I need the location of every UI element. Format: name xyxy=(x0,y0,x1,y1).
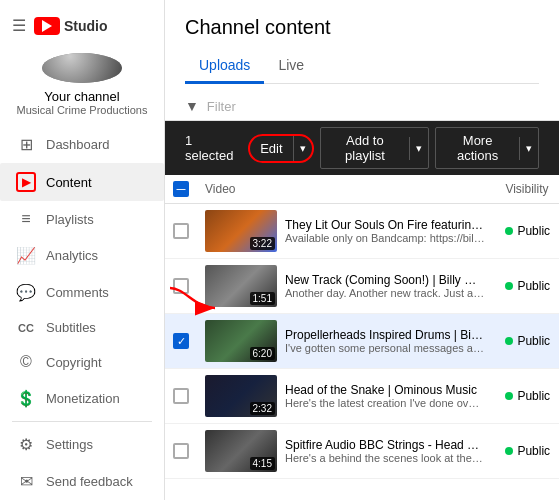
add-playlist-button[interactable]: Add to playlist xyxy=(321,128,410,168)
youtube-logo: Studio xyxy=(34,17,108,35)
video-duration: 3:22 xyxy=(250,237,275,250)
select-all-checkbox[interactable] xyxy=(173,181,189,197)
sidebar-item-playlists[interactable]: ≡ Playlists xyxy=(0,201,164,237)
avatar-image xyxy=(42,53,122,83)
sidebar-item-label: Dashboard xyxy=(46,137,110,152)
video-title[interactable]: Spitfire Audio BBC Strings - Head Of The… xyxy=(285,438,485,452)
video-duration: 4:15 xyxy=(250,457,275,470)
visibility-text: Public xyxy=(517,334,550,348)
add-playlist-arrow[interactable]: ▾ xyxy=(409,137,428,160)
sidebar-item-comments[interactable]: 💬 Comments xyxy=(0,274,164,311)
video-description: Available only on Bandcamp: https://bill… xyxy=(285,232,485,244)
filter-icon: ▼ xyxy=(185,98,199,114)
video-duration: 1:51 xyxy=(250,292,275,305)
sidebar-item-label: Subtitles xyxy=(46,320,96,335)
sidebar-item-label: Content xyxy=(46,175,92,190)
video-duration: 6:20 xyxy=(250,347,275,360)
tab-uploads[interactable]: Uploads xyxy=(185,49,264,84)
sidebar-item-analytics[interactable]: 📈 Analytics xyxy=(0,237,164,274)
sidebar-item-settings[interactable]: ⚙ Settings xyxy=(0,426,164,463)
sidebar-item-label: Comments xyxy=(46,285,109,300)
add-playlist-wrapper: Add to playlist ▾ xyxy=(320,127,430,169)
visibility-status: Public xyxy=(505,444,551,458)
header-checkbox xyxy=(165,175,197,204)
tabs-bar: Uploads Live xyxy=(185,49,539,84)
video-title[interactable]: Head of the Snake | Ominous Music xyxy=(285,383,485,397)
more-actions-button[interactable]: More actions xyxy=(436,128,519,168)
sidebar-item-label: Copyright xyxy=(46,355,102,370)
hamburger-icon[interactable]: ☰ xyxy=(12,16,26,35)
row-checkbox[interactable] xyxy=(173,443,189,459)
video-description: Here's the latest creation I've done ove… xyxy=(285,397,485,409)
copyright-icon: © xyxy=(16,353,36,371)
sidebar-item-label: Settings xyxy=(46,437,93,452)
analytics-icon: 📈 xyxy=(16,246,36,265)
monetization-icon: 💲 xyxy=(16,389,36,408)
sidebar-item-monetization[interactable]: 💲 Monetization xyxy=(0,380,164,417)
sidebar-item-content[interactable]: ▶ Content xyxy=(0,163,164,201)
row-checkbox[interactable] xyxy=(173,278,189,294)
main-content: Channel content Uploads Live ▼ Filter 1 … xyxy=(165,0,559,500)
video-title[interactable]: They Lit Our Souls On Fire featuring Mik… xyxy=(285,218,485,232)
visibility-text: Public xyxy=(517,279,550,293)
public-dot-icon xyxy=(505,337,513,345)
video-title[interactable]: Propellerheads Inspired Drums | Billy M.… xyxy=(285,328,485,342)
public-dot-icon xyxy=(505,282,513,290)
main-header: Channel content Uploads Live xyxy=(165,0,559,92)
sidebar-item-feedback[interactable]: ✉ Send feedback xyxy=(0,463,164,500)
public-dot-icon xyxy=(505,227,513,235)
row-checkbox[interactable] xyxy=(173,333,189,349)
visibility-text: Public xyxy=(517,224,550,238)
sidebar: ☰ Studio Your channel Musical Crime Prod… xyxy=(0,0,165,500)
video-thumbnail: 4:15 xyxy=(205,430,277,472)
tab-live[interactable]: Live xyxy=(264,49,318,84)
sidebar-item-label: Playlists xyxy=(46,212,94,227)
video-duration: 2:32 xyxy=(250,402,275,415)
table-row: 3:22They Lit Our Souls On Fire featuring… xyxy=(165,204,559,259)
video-description: Here's a behind the scenes look at the m… xyxy=(285,452,485,464)
channel-avatar[interactable] xyxy=(42,53,122,83)
yt-play-icon xyxy=(42,20,52,32)
video-description: I've gotten some personal messages about… xyxy=(285,342,485,354)
video-description: Another day. Another new track. Just an … xyxy=(285,287,485,299)
more-actions-arrow[interactable]: ▾ xyxy=(519,137,538,160)
channel-subtitle: Musical Crime Productions xyxy=(17,104,148,116)
video-thumbnail: 1:51 xyxy=(205,265,277,307)
video-thumbnail: 3:22 xyxy=(205,210,277,252)
channel-name: Your channel xyxy=(44,89,119,104)
video-thumbnail: 2:32 xyxy=(205,375,277,417)
video-table: Video Visibility 3:22They Lit Our Souls … xyxy=(165,175,559,479)
public-dot-icon xyxy=(505,447,513,455)
edit-dropdown-arrow[interactable]: ▾ xyxy=(293,136,312,161)
sidebar-item-label: Monetization xyxy=(46,391,120,406)
feedback-icon: ✉ xyxy=(16,472,36,491)
nav-divider xyxy=(12,421,152,422)
table-row: 6:20Propellerheads Inspired Drums | Bill… xyxy=(165,314,559,369)
visibility-status: Public xyxy=(505,224,551,238)
public-dot-icon xyxy=(505,392,513,400)
edit-button[interactable]: Edit xyxy=(250,136,292,161)
row-checkbox[interactable] xyxy=(173,388,189,404)
table-row: 2:32Head of the Snake | Ominous MusicHer… xyxy=(165,369,559,424)
sidebar-item-subtitles[interactable]: CC Subtitles xyxy=(0,311,164,344)
visibility-status: Public xyxy=(505,279,551,293)
filter-placeholder[interactable]: Filter xyxy=(207,99,236,114)
page-title: Channel content xyxy=(185,16,539,39)
settings-icon: ⚙ xyxy=(16,435,36,454)
visibility-status: Public xyxy=(505,389,551,403)
video-title[interactable]: New Track (Coming Soon!) | Billy Moffat.… xyxy=(285,273,485,287)
header-video: Video xyxy=(197,175,420,204)
video-thumbnail: 6:20 xyxy=(205,320,277,362)
sidebar-item-dashboard[interactable]: ⊞ Dashboard xyxy=(0,126,164,163)
table-row: 1:51New Track (Coming Soon!) | Billy Mof… xyxy=(165,259,559,314)
content-icon: ▶ xyxy=(16,172,36,192)
sidebar-item-copyright[interactable]: © Copyright xyxy=(0,344,164,380)
dashboard-icon: ⊞ xyxy=(16,135,36,154)
table-container: Video Visibility 3:22They Lit Our Souls … xyxy=(165,175,559,500)
header-visibility: Visibility xyxy=(497,175,559,204)
sidebar-nav: ⊞ Dashboard ▶ Content ≡ Playlists 📈 Anal… xyxy=(0,126,164,500)
row-checkbox[interactable] xyxy=(173,223,189,239)
sidebar-header: ☰ Studio xyxy=(0,10,164,41)
more-actions-wrapper: More actions ▾ xyxy=(435,127,539,169)
table-row: 4:15Spitfire Audio BBC Strings - Head Of… xyxy=(165,424,559,479)
